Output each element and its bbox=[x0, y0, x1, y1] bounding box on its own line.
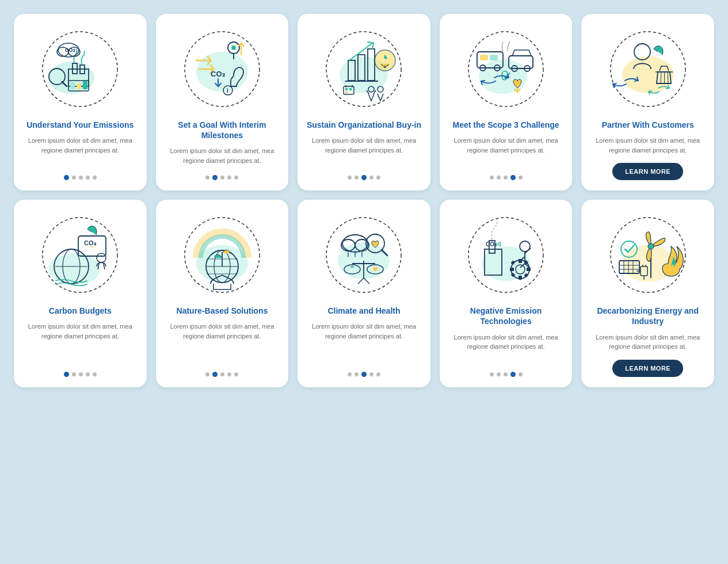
icon-carbon-budgets: CO₂ bbox=[34, 209, 126, 301]
card-title: Understand Your Emissions bbox=[26, 120, 134, 130]
pagination-dots bbox=[205, 175, 238, 180]
svg-text:CO₂: CO₂ bbox=[211, 70, 225, 78]
svg-point-62 bbox=[97, 253, 106, 262]
dot-2 bbox=[72, 372, 76, 376]
svg-rect-13 bbox=[77, 83, 81, 89]
svg-text:CO₂: CO₂ bbox=[84, 239, 97, 246]
svg-text:CO₂: CO₂ bbox=[65, 47, 75, 53]
card-title: Meet the Scope 3 Challenge bbox=[453, 120, 559, 130]
dot-2 bbox=[497, 176, 501, 180]
dot-2 bbox=[72, 176, 76, 180]
dot-5 bbox=[93, 372, 97, 376]
dot-1 bbox=[490, 176, 494, 180]
dot-3 bbox=[79, 372, 83, 376]
dot-1 bbox=[348, 176, 352, 180]
icon-nature-solutions bbox=[176, 209, 268, 301]
dot-4 bbox=[369, 372, 373, 376]
icon-partner-customers bbox=[602, 23, 694, 115]
dot-5 bbox=[234, 372, 238, 376]
card-title: Partner With Customers bbox=[602, 120, 694, 130]
pagination-dots bbox=[348, 372, 380, 377]
card-understand-emissions: CO₂ Understand Your Emissions Lorem ipsu… bbox=[14, 14, 147, 190]
dot-3 bbox=[504, 176, 508, 180]
dot-1 bbox=[205, 176, 209, 180]
card-title: Decarbonizing Energy and Industry bbox=[589, 306, 706, 326]
dot-2 bbox=[355, 176, 359, 180]
dot-1 bbox=[64, 372, 69, 377]
card-title: Set a Goal With Interim Milestones bbox=[164, 120, 281, 140]
dot-4 bbox=[369, 176, 373, 180]
card-partner-customers: Partner With Customers Lorem ipsum dolor… bbox=[581, 14, 714, 190]
card-title: Carbon Budgets bbox=[49, 306, 112, 316]
dot-5 bbox=[376, 372, 380, 376]
card-title: Climate and Health bbox=[327, 306, 400, 316]
card-title: Nature-Based Solutions bbox=[177, 306, 268, 316]
card-scope-challenge: Meet the Scope 3 Challenge Lorem ipsum d… bbox=[440, 14, 573, 190]
card-nature-solutions: Nature-Based Solutions Lorem ipsum dolor… bbox=[156, 200, 289, 387]
card-body: Lorem ipsum dolor sit dim amet, mea regi… bbox=[589, 333, 706, 352]
icon-climate-health bbox=[318, 209, 410, 301]
dot-4 bbox=[227, 372, 231, 376]
card-set-goal: CO₂ i Set a Goal With Interim Milestones… bbox=[156, 14, 289, 190]
card-title: Sustain Organizational Buy-in bbox=[307, 120, 421, 130]
dot-3 bbox=[361, 175, 367, 180]
dot-4 bbox=[510, 175, 516, 180]
icon-understand-emissions: CO₂ bbox=[34, 23, 126, 115]
dot-1 bbox=[205, 372, 209, 376]
svg-rect-43 bbox=[480, 55, 488, 60]
card-body: Lorem ipsum dolor sit dim amet, mea regi… bbox=[448, 333, 565, 364]
card-body: Lorem ipsum dolor sit dim amet, mea regi… bbox=[448, 136, 565, 167]
card-title: Negative Emission Technologies bbox=[448, 306, 565, 326]
svg-rect-12 bbox=[70, 82, 75, 89]
dot-3 bbox=[361, 372, 367, 377]
svg-rect-31 bbox=[345, 88, 348, 90]
card-body: Lorem ipsum dolor sit dim amet, mea regi… bbox=[22, 136, 139, 167]
dot-5 bbox=[519, 372, 523, 376]
dot-3 bbox=[220, 176, 224, 180]
dot-4 bbox=[227, 176, 231, 180]
dot-4 bbox=[510, 372, 516, 377]
card-carbon-budgets: CO₂ Carbon Budgets Lorem ipsum dolor sit… bbox=[14, 200, 147, 387]
pagination-dots bbox=[64, 372, 97, 377]
svg-rect-33 bbox=[345, 92, 348, 93]
dot-4 bbox=[86, 176, 90, 180]
pagination-dots bbox=[205, 372, 238, 377]
card-decarbonizing: Decarbonizing Energy and Industry Lorem … bbox=[581, 200, 714, 387]
dot-2 bbox=[355, 372, 359, 376]
card-body: Lorem ipsum dolor sit dim amet, mea regi… bbox=[164, 146, 281, 167]
dot-3 bbox=[220, 372, 224, 376]
pagination-dots bbox=[64, 175, 97, 180]
svg-rect-96 bbox=[527, 268, 531, 271]
svg-rect-44 bbox=[490, 55, 498, 60]
icon-scope-challenge bbox=[460, 23, 552, 115]
dot-2 bbox=[212, 175, 218, 180]
svg-point-49 bbox=[622, 56, 674, 93]
card-body: Lorem ipsum dolor sit dim amet, mea regi… bbox=[589, 136, 706, 155]
dot-1 bbox=[348, 372, 352, 376]
card-grid: CO₂ Understand Your Emissions Lorem ipsu… bbox=[14, 14, 714, 387]
dot-5 bbox=[519, 176, 523, 180]
pagination-dots bbox=[490, 175, 523, 180]
icon-decarbonizing bbox=[602, 209, 694, 301]
pagination-dots bbox=[490, 372, 523, 377]
icon-negative-emission: CO₂ =0 bbox=[460, 209, 552, 301]
svg-rect-95 bbox=[510, 268, 514, 271]
svg-text:i: i bbox=[227, 87, 228, 94]
learn-more-button-1[interactable]: LEARN MORE bbox=[612, 163, 683, 180]
dot-2 bbox=[212, 372, 218, 377]
card-body: Lorem ipsum dolor sit dim amet, mea regi… bbox=[306, 322, 422, 363]
dot-5 bbox=[93, 176, 97, 180]
card-sustain-buyin: Sustain Organizational Buy-in Lorem ipsu… bbox=[298, 14, 430, 190]
dot-5 bbox=[234, 176, 238, 180]
dot-2 bbox=[497, 372, 501, 376]
card-body: Lorem ipsum dolor sit dim amet, mea regi… bbox=[22, 322, 139, 363]
dot-1 bbox=[490, 372, 494, 376]
pagination-dots bbox=[348, 175, 380, 180]
dot-3 bbox=[79, 176, 83, 180]
learn-more-button-2[interactable]: LEARN MORE bbox=[612, 360, 683, 377]
dot-3 bbox=[504, 372, 508, 376]
svg-text:=0: =0 bbox=[495, 241, 502, 247]
svg-point-110 bbox=[648, 243, 654, 249]
dot-4 bbox=[86, 372, 90, 376]
card-body: Lorem ipsum dolor sit dim amet, mea regi… bbox=[164, 322, 281, 363]
